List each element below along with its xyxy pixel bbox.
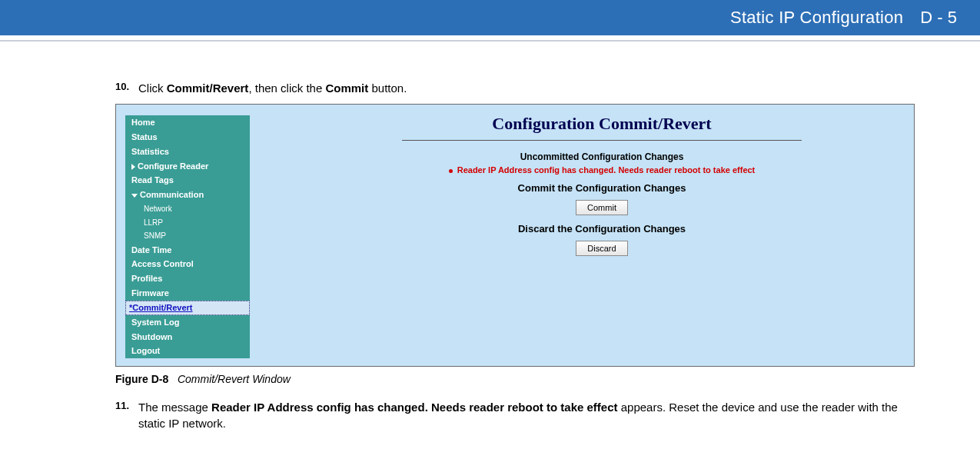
sidebar-item-status[interactable]: Status <box>125 130 250 145</box>
change-message: Reader IP Address config has changed. Ne… <box>294 165 909 175</box>
header-page-ref: D - 5 <box>920 8 957 28</box>
commit-header: Commit the Configuration Changes <box>294 182 909 194</box>
sidebar-item-communication[interactable]: Communication <box>125 188 250 202</box>
discard-header: Discard the Configuration Changes <box>294 223 909 234</box>
sidebar-item-llrp[interactable]: LLRP <box>125 216 250 230</box>
commit-button[interactable]: Commit <box>576 200 628 215</box>
panel-divider <box>402 140 802 141</box>
change-message-text: Reader IP Address config has changed. Ne… <box>457 165 756 175</box>
sidebar-item-profiles[interactable]: Profiles <box>125 271 250 286</box>
page-content: 10. Click Commit/Revert, then click the … <box>0 42 980 431</box>
sidebar-item-read-tags[interactable]: Read Tags <box>125 173 250 188</box>
step-11: 11. The message Reader IP Address config… <box>115 399 919 431</box>
figure-caption: Figure D-8 Commit/Revert Window <box>115 373 919 385</box>
sidebar-item-date-time[interactable]: Date Time <box>125 243 250 258</box>
triangle-right-icon <box>131 164 135 170</box>
figure-title: Commit/Revert Window <box>178 373 291 385</box>
sidebar-item-logout[interactable]: Logout <box>125 344 250 358</box>
app-sidebar: Home Status Statistics Configure Reader … <box>125 115 250 358</box>
figure-label: Figure D-8 <box>115 373 168 385</box>
sidebar-label-configure-reader: Configure Reader <box>138 161 208 171</box>
main-panel: Configuration Commit/Revert Uncommitted … <box>294 109 909 256</box>
sidebar-item-snmp[interactable]: SNMP <box>125 229 250 243</box>
step-11-pre: The message <box>138 401 211 414</box>
step-10-bold2: Commit <box>325 81 368 95</box>
sidebar-item-configure-reader[interactable]: Configure Reader <box>125 159 250 174</box>
sidebar-item-commit-revert[interactable]: *Commit/Revert <box>125 301 250 315</box>
step-10-number: 10. <box>115 80 138 96</box>
sidebar-item-system-log[interactable]: System Log <box>125 315 250 330</box>
step-10-mid: , then click the <box>248 81 325 95</box>
figure-screenshot: Home Status Statistics Configure Reader … <box>115 104 915 367</box>
sidebar-item-network[interactable]: Network <box>125 202 250 216</box>
step-10: 10. Click Commit/Revert, then click the … <box>115 80 919 96</box>
sidebar-item-firmware[interactable]: Firmware <box>125 286 250 301</box>
step-10-post: button. <box>368 81 407 95</box>
step-10-text: Click Commit/Revert, then click the Comm… <box>138 80 407 96</box>
sidebar-item-statistics[interactable]: Statistics <box>125 145 250 159</box>
sidebar-item-shutdown[interactable]: Shutdown <box>125 330 250 344</box>
header-title: Static IP Configuration <box>730 8 903 28</box>
step-11-number: 11. <box>115 399 138 431</box>
panel-title: Configuration Commit/Revert <box>294 109 909 137</box>
step-11-bold: Reader IP Address config has changed. Ne… <box>211 401 618 414</box>
sidebar-item-home[interactable]: Home <box>125 115 250 130</box>
step-11-text: The message Reader IP Address config has… <box>138 399 919 431</box>
page-header: Static IP Configuration D - 5 <box>0 0 980 35</box>
sidebar-item-access-control[interactable]: Access Control <box>125 257 250 271</box>
bullet-icon <box>449 169 453 173</box>
sidebar-label-communication: Communication <box>140 190 204 199</box>
discard-button[interactable]: Discard <box>576 241 627 256</box>
triangle-down-icon <box>131 194 138 198</box>
step-10-pre: Click <box>138 81 167 95</box>
uncommitted-header: Uncommitted Configuration Changes <box>294 151 909 162</box>
step-10-bold1: Commit/Revert <box>167 81 249 95</box>
